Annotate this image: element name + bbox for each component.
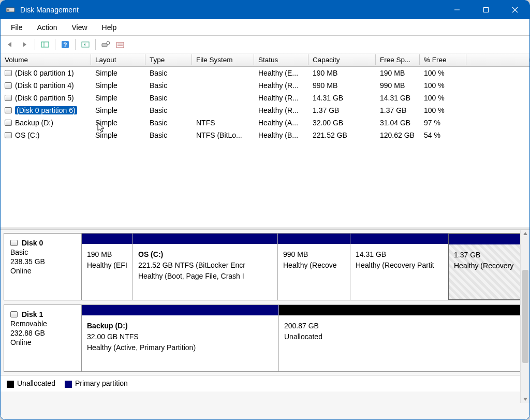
- table-row[interactable]: OS (C:)SimpleBasicNTFS (BitLo...Healthy …: [1, 129, 529, 141]
- help-button[interactable]: ?: [58, 38, 72, 51]
- volume-icon: [5, 82, 12, 89]
- volume-layout: Simple: [91, 93, 145, 103]
- table-row[interactable]: (Disk 0 partition 4)SimpleBasicHealthy (…: [1, 79, 529, 92]
- legend: Unallocated Primary partition: [1, 375, 529, 392]
- minimize-button[interactable]: [443, 1, 472, 19]
- close-button[interactable]: [500, 1, 529, 19]
- partition[interactable]: OS (C:) 221.52 GB NTFS (BitLocker Encr H…: [132, 234, 277, 300]
- partition-name: OS (C:): [138, 249, 272, 260]
- disk-1-partitions: Backup (D:) 32.00 GB NTFS Healthy (Activ…: [82, 305, 526, 371]
- partition[interactable]: 14.31 GB Healthy (Recovery Partit: [350, 234, 448, 300]
- partition-status: Healthy (Recove: [283, 260, 345, 271]
- partition-size: 1.37 GB: [454, 250, 520, 260]
- volume-free: 190 MB: [376, 68, 420, 78]
- partition-status: Unallocated: [284, 331, 521, 342]
- table-row[interactable]: Backup (D:)SimpleBasicNTFSHealthy (A...3…: [1, 117, 529, 129]
- menu-view[interactable]: View: [65, 22, 93, 33]
- volume-capacity: 990 MB: [308, 81, 376, 90]
- disk-0-info: Disk 0 Basic 238.35 GB Online: [4, 234, 82, 300]
- toolbar-separator: [55, 39, 55, 50]
- swatch-unallocated: [7, 381, 14, 388]
- toolbar-separator: [95, 39, 96, 50]
- volume-name: (Disk 0 partition 4): [15, 81, 74, 90]
- volume-type: Basic: [145, 131, 192, 140]
- col-capacity[interactable]: Capacity: [308, 54, 376, 65]
- col-status[interactable]: Status: [254, 54, 308, 65]
- partition-size: 14.31 GB: [356, 249, 443, 260]
- partition-status: Healthy (Recovery Partit: [356, 260, 443, 271]
- disk-1-name: Disk 1: [22, 310, 43, 318]
- volume-name: (Disk 0 partition 1): [15, 69, 74, 77]
- volume-capacity: 14.31 GB: [308, 93, 376, 103]
- col-layout[interactable]: Layout: [91, 54, 145, 65]
- volume-capacity: 190 MB: [308, 68, 376, 78]
- volume-fs: NTFS (BitLo...: [192, 131, 254, 140]
- disk-icon: [10, 240, 18, 246]
- disk-row-0[interactable]: Disk 0 Basic 238.35 GB Online 190 MB Hea…: [4, 233, 526, 300]
- col-type[interactable]: Type: [145, 54, 192, 65]
- titlebar: Disk Management: [1, 1, 529, 19]
- volume-capacity: 221.52 GB: [308, 131, 376, 140]
- svg-rect-6: [41, 42, 49, 47]
- col-volume[interactable]: Volume: [1, 54, 91, 65]
- col-filesystem[interactable]: File System: [192, 54, 254, 65]
- app-window: Disk Management File Action View Help ? …: [0, 0, 530, 420]
- back-button[interactable]: [4, 38, 17, 51]
- disk-row-1[interactable]: Disk 1 Removable 232.88 GB Online Backup…: [4, 305, 526, 372]
- col-blank[interactable]: [466, 59, 529, 62]
- volume-fs: [192, 110, 254, 111]
- volume-free: 31.04 GB: [376, 118, 420, 127]
- partition[interactable]: 990 MB Healthy (Recove: [277, 234, 350, 300]
- menu-help[interactable]: Help: [96, 22, 123, 33]
- table-row[interactable]: (Disk 0 partition 5)SimpleBasicHealthy (…: [1, 92, 529, 104]
- volume-icon: [5, 70, 12, 76]
- volume-name: Backup (D:): [15, 119, 53, 127]
- legend-unallocated: Unallocated: [7, 379, 55, 387]
- scrollbar-thumb[interactable]: [522, 270, 528, 363]
- view-settings-button[interactable]: [113, 38, 127, 51]
- partition-bar: [82, 234, 132, 244]
- volume-capacity: 32.00 GB: [308, 118, 376, 127]
- partition-size: 221.52 GB NTFS (BitLocker Encr: [138, 260, 272, 271]
- refresh-button[interactable]: [79, 38, 92, 51]
- menu-action[interactable]: Action: [31, 22, 64, 33]
- volume-status: Healthy (R...: [254, 93, 308, 103]
- partition-size: 990 MB: [283, 249, 345, 260]
- partition-size: 200.87 GB: [284, 321, 521, 331]
- partition[interactable]: Backup (D:) 32.00 GB NTFS Healthy (Activ…: [82, 305, 278, 371]
- volume-free: 1.37 GB: [376, 106, 420, 115]
- volume-capacity: 1.37 GB: [308, 106, 376, 115]
- col-freespace[interactable]: Free Sp...: [376, 54, 420, 65]
- volume-pctfree: 100 %: [420, 93, 466, 103]
- disk-1-status: Online: [10, 338, 75, 346]
- show-hide-button[interactable]: [38, 38, 52, 51]
- partition-selected[interactable]: 1.37 GB Healthy (Recovery: [448, 234, 526, 300]
- volume-layout: Simple: [91, 118, 145, 127]
- table-header: Volume Layout Type File System Status Ca…: [1, 53, 529, 67]
- col-pctfree[interactable]: % Free: [420, 54, 466, 65]
- table-row[interactable]: (Disk 0 partition 1)SimpleBasicHealthy (…: [1, 67, 529, 79]
- partition-bar: [82, 305, 278, 315]
- partition-status: Healthy (Boot, Page File, Crash I: [138, 271, 272, 282]
- table-row[interactable]: (Disk 0 partition 6)SimpleBasicHealthy (…: [1, 104, 529, 117]
- svg-text:?: ?: [63, 41, 67, 49]
- maximize-button[interactable]: [472, 1, 500, 19]
- volume-fs: NTFS: [192, 118, 254, 127]
- vertical-scrollbar[interactable]: [520, 230, 529, 403]
- disk-icon: [10, 311, 18, 317]
- menu-file[interactable]: File: [5, 22, 29, 33]
- partition-size: 32.00 GB NTFS: [87, 331, 273, 342]
- table-body: (Disk 0 partition 1)SimpleBasicHealthy (…: [1, 67, 529, 227]
- partition[interactable]: 190 MB Healthy (EFI: [82, 234, 132, 300]
- swatch-primary: [65, 381, 72, 388]
- disk-settings-button[interactable]: [99, 38, 112, 51]
- partition-unallocated[interactable]: 200.87 GB Unallocated: [278, 305, 526, 371]
- volume-type: Basic: [145, 118, 192, 127]
- window-title: Disk Management: [20, 6, 443, 14]
- toolbar: ?: [1, 36, 529, 53]
- disk-0-type: Basic: [10, 248, 75, 256]
- forward-button[interactable]: [18, 38, 32, 51]
- volume-layout: Simple: [91, 131, 145, 140]
- volume-status: Healthy (A...: [254, 118, 308, 127]
- partition-status: Healthy (Active, Primary Partition): [87, 342, 273, 353]
